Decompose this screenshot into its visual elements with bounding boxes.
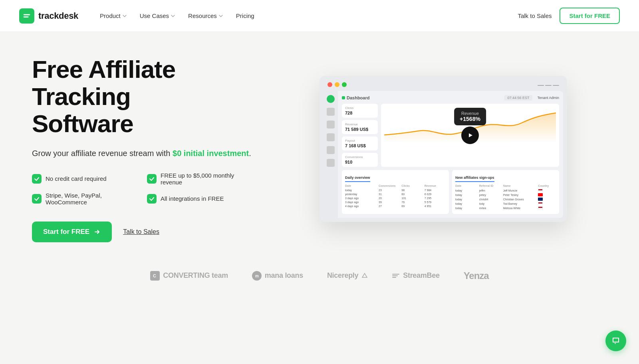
stat-conversions: Conversions 910 [342,153,378,167]
hero-ctas: Start for FREE Talk to Sales [32,222,256,242]
logo-icon [19,8,34,24]
stat-clicks: Clicks 728 [342,104,378,118]
converting-team-icon: C [150,271,160,281]
dashboard-stats: Clicks 728 Revenue 71 589 US$ Payout 7 1… [342,104,378,167]
dashboard-content: Dashboard 07:44:56 EST Tenant Admin Clic… [323,91,563,218]
dashboard-chart: Revenue +1568% [381,104,559,167]
svg-text:m: m [255,274,259,278]
table-row: yesterday31606 029 [345,193,446,196]
bottom-section [0,293,639,364]
check-icon-2 [147,174,157,184]
table-row: todaychris84Christian Groves [455,198,556,201]
table-row: todayjeffmJeff Muncie [455,189,556,192]
dashboard-header-right: 07:44:56 EST Tenant Admin [504,95,559,101]
table-row: todaypeteyPeter Tesley [455,193,556,196]
check-icon-1 [32,174,42,184]
table-row: today23987 984 [345,189,446,192]
dashboard-title-icon [342,96,345,99]
browser-dot-yellow [335,82,339,87]
sidebar-icon-extra [327,159,335,167]
svg-text:C: C [153,273,156,278]
table-row: 3 days ago201017 295 [345,197,446,200]
sidebar-icon-more [327,146,335,154]
feature-item-1: No credit card required [32,172,141,186]
hero-title: Free Affiliate Tracking Software [32,56,256,138]
check-icon-3 [32,194,42,204]
main-nav: Product Use Cases Resources Pricing [94,9,518,22]
check-icon-4 [147,194,157,204]
brand-yenza: Yenza [464,270,489,281]
brand-streambee: StreamBee [392,271,439,280]
sidebar-icon-chart [327,121,335,129]
sidebar-icon-settings [327,133,335,141]
svg-rect-1 [24,16,29,17]
affiliates-headers: Date Referral ID Name Country [455,184,556,187]
talk-to-sales-link[interactable]: Talk to Sales [518,12,552,19]
hero-subtitle: Grow your affiliate revenue stream with … [32,147,256,159]
dashboard-header: Dashboard 07:44:56 EST Tenant Admin [342,95,559,101]
feature-item-3: Stripe, Wise, PayPal, WooCommerce [32,192,141,206]
header-actions: Talk to Sales Start for FREE [518,8,620,24]
floating-chat-button[interactable] [605,330,626,351]
browser-bar [323,80,563,91]
logo[interactable]: trackdesk [19,8,78,24]
hero-section: Free Affiliate Tracking Software Grow yo… [0,32,639,258]
start-free-header-button[interactable]: Start for FREE [560,8,620,24]
daily-overview-table: Daily overview Date Conversions Clicks R… [342,170,449,214]
nav-use-cases[interactable]: Use Cases [134,9,181,22]
daily-overview-headers: Date Conversions Clicks Revenue [345,184,446,187]
sidebar-icon-home [327,95,335,103]
svg-rect-0 [24,14,30,15]
dashboard-sidebar [323,91,338,218]
talk-to-sales-hero-link[interactable]: Talk to Sales [123,228,159,235]
dashboard-body: Clicks 728 Revenue 71 589 US$ Payout 7 1… [342,104,559,167]
new-affiliates-table: New affiliates sign-ups Date Referral ID… [452,170,559,214]
features-grid: No credit card required FREE up to $5,00… [32,172,256,206]
dashboard-title: Dashboard [342,95,369,100]
table-row: todaytodyTod Barney [455,202,556,205]
nav-pricing[interactable]: Pricing [230,9,260,22]
browser-dot-green [342,82,347,87]
table-row: 3 days ago39765 579 [345,201,446,204]
dashboard-main: Dashboard 07:44:56 EST Tenant Admin Clic… [338,91,563,218]
brand-converting-team: C CONVERTING team [150,271,228,281]
hero-left: Free Affiliate Tracking Software Grow yo… [32,56,256,242]
browser-menu-lines [538,85,559,86]
stat-payout: Payout 7 168 US$ [342,136,378,150]
feature-item-4: All integrations in FREE [147,192,256,206]
start-free-hero-button[interactable]: Start for FREE [32,222,112,242]
table-row: todaymrleeMelissa White [455,206,556,210]
dashboard-mockup: Dashboard 07:44:56 EST Tenant Admin Clic… [320,76,567,222]
play-button[interactable] [461,127,479,144]
brand-nicereply: Nicereply [327,271,368,280]
logo-text: trackdesk [38,11,78,21]
nav-product[interactable]: Product [94,9,133,22]
browser-dot-red [327,82,332,87]
brand-mana-loans: m mana loans [252,271,303,281]
logos-strip: C CONVERTING team m mana loans Nicereply… [0,258,639,293]
stat-revenue: Revenue 71 589 US$ [342,120,378,134]
browser-dots [327,82,347,87]
mana-loans-icon: m [252,271,262,281]
hero-right: Dashboard 07:44:56 EST Tenant Admin Clic… [280,76,607,222]
revenue-tooltip: Revenue +1568% [454,108,486,125]
nav-resources[interactable]: Resources [183,9,229,22]
table-row: 4 days ago27694 951 [345,205,446,208]
feature-item-2: FREE up to $5,000 monthly revenue [147,172,256,186]
dashboard-tables: Daily overview Date Conversions Clicks R… [342,170,559,214]
sidebar-icon-users [327,108,335,116]
